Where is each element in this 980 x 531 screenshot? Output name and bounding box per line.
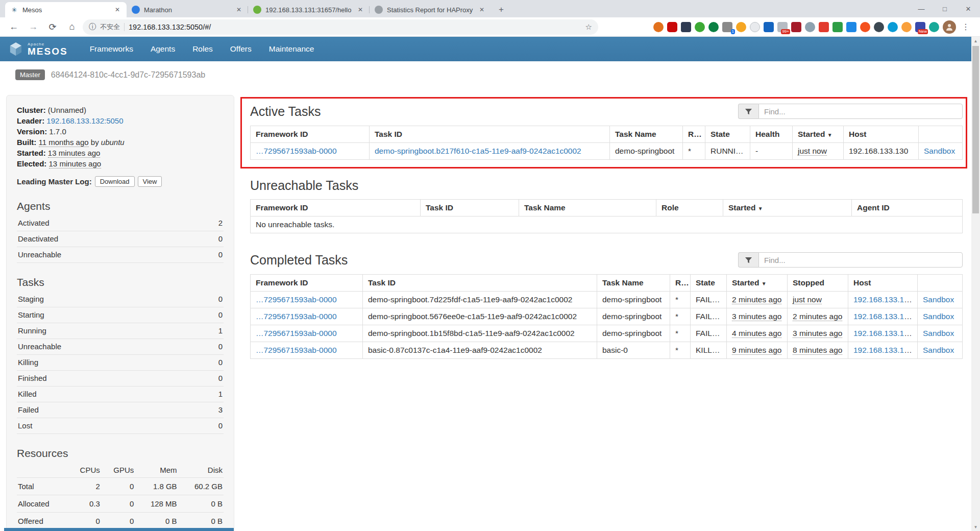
col-task-name[interactable]: Task Name	[597, 275, 670, 292]
extension-icon[interactable]	[805, 22, 815, 32]
stopped-cell: 2 minutes ago	[793, 312, 842, 321]
extension-icon[interactable]	[681, 22, 691, 32]
sandbox-link[interactable]: Sandbox	[923, 295, 954, 304]
extension-icon[interactable]	[819, 22, 829, 32]
extension-icon[interactable]	[846, 22, 856, 32]
extension-icon[interactable]	[764, 22, 774, 32]
extension-icon[interactable]	[750, 22, 760, 32]
scroll-up-icon[interactable]: ▲	[971, 37, 980, 45]
col-agent-id[interactable]: Agent ID	[852, 200, 963, 216]
framework-id-link[interactable]: …7295671593ab-0000	[256, 147, 337, 155]
extension-icon[interactable]: 99+	[777, 22, 788, 32]
col-task-name[interactable]: Task Name	[519, 200, 656, 216]
maximize-button[interactable]: □	[933, 0, 957, 17]
col-framework-id[interactable]: Framework ID	[251, 126, 370, 143]
framework-id-link[interactable]: …7295671593ab-0000	[256, 295, 337, 304]
mesos-logo[interactable]: Apache MESOS	[8, 41, 68, 57]
col-state[interactable]: State	[705, 126, 750, 143]
col-started[interactable]: Started ▼	[723, 200, 852, 216]
sandbox-link[interactable]: Sandbox	[923, 346, 954, 354]
minimize-button[interactable]: —	[910, 0, 933, 17]
active-tasks-find-input[interactable]	[758, 104, 963, 119]
tab-close-icon[interactable]: ✕	[113, 6, 121, 14]
nav-item-frameworks[interactable]: Frameworks	[81, 37, 142, 61]
refresh-icon[interactable]: ⟳	[44, 19, 61, 35]
nav-item-roles[interactable]: Roles	[184, 37, 222, 61]
tab-spring-hello[interactable]: 192.168.133.131:31657/hello ✕	[248, 2, 370, 17]
col-framework-id[interactable]: Framework ID	[251, 200, 421, 216]
view-log-button[interactable]: View	[138, 176, 162, 187]
extension-icon[interactable]	[901, 22, 912, 32]
stat-row-running: Running 1	[17, 323, 224, 339]
col-started[interactable]: Started ▼	[793, 126, 844, 143]
scroll-down-icon[interactable]: ▼	[971, 523, 980, 531]
col-framework-id[interactable]: Framework ID	[251, 275, 363, 292]
sandbox-link[interactable]: Sandbox	[923, 329, 954, 337]
host-link[interactable]: 192.168.133.131	[853, 295, 913, 304]
col-task-id[interactable]: Task ID	[363, 275, 597, 292]
col-health[interactable]: Health	[750, 126, 793, 143]
extension-icon[interactable]	[874, 22, 884, 32]
back-icon[interactable]: ←	[5, 19, 22, 35]
tab-close-icon[interactable]: ✕	[478, 6, 486, 14]
col-host[interactable]: Host	[844, 126, 919, 143]
download-log-button[interactable]: Download	[95, 176, 135, 187]
extension-icon[interactable]	[736, 22, 746, 32]
col-host[interactable]: Host	[848, 275, 918, 292]
address-bar[interactable]: ⓘ 不安全 192.168.133.132:5050/#/ ☆	[83, 19, 598, 35]
extension-icon[interactable]	[860, 22, 870, 32]
forward-icon[interactable]: →	[24, 19, 42, 35]
page-scrollbar[interactable]: ▲ ▼	[971, 37, 980, 531]
col-task-name[interactable]: Task Name	[610, 126, 683, 143]
scrollbar-thumb[interactable]	[972, 46, 979, 213]
browser-window: ✳ Mesos ✕ Marathon ✕ 192.168.133.131:316…	[0, 0, 980, 37]
extension-icon[interactable]: New	[915, 22, 925, 32]
nav-item-maintenance[interactable]: Maintenance	[260, 37, 323, 61]
profile-avatar[interactable]	[943, 20, 956, 34]
filter-button[interactable]	[738, 252, 758, 268]
col-stopped[interactable]: Stopped	[788, 275, 848, 292]
extension-icon[interactable]	[791, 22, 801, 32]
host-link[interactable]: 192.168.133.130	[853, 312, 913, 321]
col-task-id[interactable]: Task ID	[421, 200, 519, 216]
extension-icon[interactable]	[695, 22, 705, 32]
tab-haproxy-stats[interactable]: Statistics Report for HAProxy ✕	[370, 2, 491, 17]
extension-icon[interactable]	[832, 22, 843, 32]
filter-button[interactable]	[738, 104, 758, 119]
nav-item-offers[interactable]: Offers	[222, 37, 260, 61]
tab-marathon[interactable]: Marathon ✕	[127, 2, 248, 17]
bookmark-star-icon[interactable]: ☆	[585, 22, 592, 32]
task-id-link[interactable]: demo-springboot.b217f610-c1a5-11e9-aaf9-…	[375, 147, 581, 155]
extension-icon[interactable]	[653, 22, 664, 32]
leader-link[interactable]: 192.168.133.132:5050	[46, 116, 123, 125]
framework-id-link[interactable]: …7295671593ab-0000	[256, 346, 337, 354]
extension-icon[interactable]: 1	[722, 22, 732, 32]
extension-icon[interactable]	[888, 22, 898, 32]
nav-item-agents[interactable]: Agents	[142, 37, 184, 61]
host-link[interactable]: 192.168.133.130	[853, 329, 913, 337]
col-role[interactable]: Role	[683, 126, 705, 143]
extension-icon[interactable]	[667, 22, 677, 32]
tab-close-icon[interactable]: ✕	[235, 6, 243, 14]
sandbox-link[interactable]: Sandbox	[924, 147, 955, 155]
info-icon[interactable]: ⓘ	[89, 22, 96, 32]
framework-id-link[interactable]: …7295671593ab-0000	[256, 312, 337, 321]
col-state[interactable]: State	[691, 275, 727, 292]
url-text[interactable]: 192.168.133.132:5050/#/	[129, 23, 581, 31]
home-icon[interactable]: ⌂	[63, 19, 81, 35]
col-started[interactable]: Started ▼	[727, 275, 788, 292]
col-role[interactable]: Role	[670, 275, 691, 292]
sandbox-link[interactable]: Sandbox	[923, 312, 954, 321]
framework-id-link[interactable]: …7295671593ab-0000	[256, 329, 337, 337]
col-task-id[interactable]: Task ID	[370, 126, 610, 143]
close-button[interactable]: ✕	[957, 0, 980, 17]
new-tab-button[interactable]: +	[494, 3, 508, 17]
host-link[interactable]: 192.168.133.130	[853, 346, 913, 354]
extension-icon[interactable]	[708, 22, 719, 32]
browser-menu-icon[interactable]: ⋮	[960, 19, 972, 35]
col-role[interactable]: Role	[656, 200, 723, 216]
completed-tasks-find-input[interactable]	[758, 252, 963, 268]
tab-mesos[interactable]: ✳ Mesos ✕	[5, 2, 127, 17]
tab-close-icon[interactable]: ✕	[356, 6, 364, 14]
extension-icon[interactable]	[929, 22, 939, 32]
